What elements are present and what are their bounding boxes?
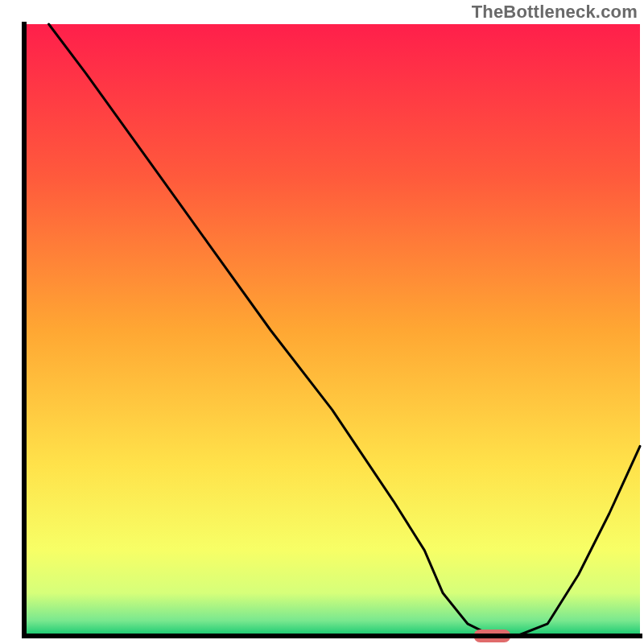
plot-svg (0, 0, 644, 644)
bottleneck-chart: TheBottleneck.com (0, 0, 644, 644)
watermark-label: TheBottleneck.com (472, 2, 638, 23)
